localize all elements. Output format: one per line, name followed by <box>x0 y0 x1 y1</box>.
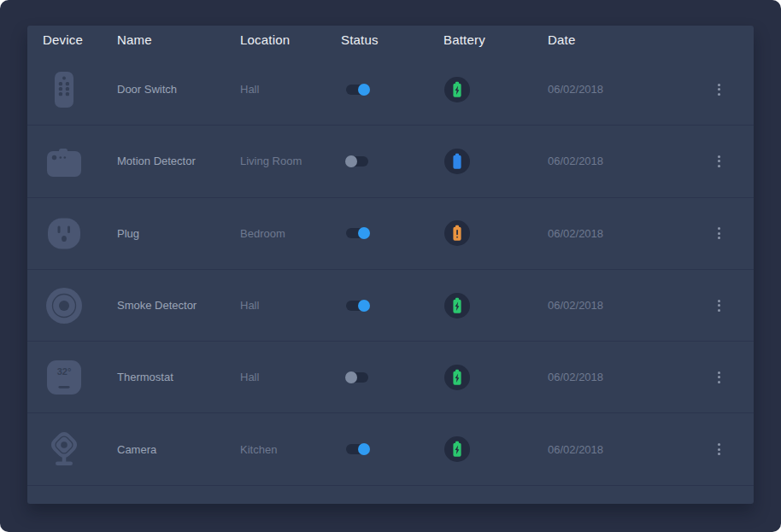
battery-status-badge <box>444 436 470 462</box>
row-actions-menu-button[interactable] <box>715 224 723 243</box>
table-body: Door Switch Hall 06/02/2018 <box>27 54 754 486</box>
device-location: Hall <box>240 83 341 96</box>
kebab-dot <box>718 376 720 378</box>
kebab-dot <box>718 443 720 446</box>
battery-icon <box>444 293 470 319</box>
device-name: Plug <box>117 227 240 240</box>
kebab-dot <box>718 309 720 312</box>
column-header-device: Device <box>43 32 117 47</box>
device-date: 06/02/2018 <box>548 299 693 312</box>
table-row: Smoke Detector Hall 06/02/2018 <box>27 270 754 342</box>
kebab-dot <box>718 448 720 451</box>
toggle-knob <box>358 227 370 239</box>
kebab-dot <box>718 371 720 374</box>
device-date: 06/02/2018 <box>548 83 693 96</box>
toggle-knob <box>358 84 370 96</box>
kebab-dot <box>718 160 720 162</box>
battery-icon <box>444 365 470 390</box>
toggle-knob <box>358 300 370 312</box>
device-date: 06/02/2018 <box>548 371 693 383</box>
battery-icon <box>444 220 470 246</box>
table-row: Plug Bedroom 06/02/2018 <box>27 198 754 270</box>
kebab-dot <box>718 155 720 158</box>
battery-icon <box>444 149 470 174</box>
status-toggle[interactable] <box>346 372 368 383</box>
status-toggle[interactable] <box>346 301 368 311</box>
row-actions-menu-button[interactable] <box>715 440 723 459</box>
motion-detector-icon <box>44 142 84 181</box>
device-name: Motion Detector <box>117 155 240 167</box>
device-icon-cell <box>43 70 117 109</box>
toggle-knob <box>345 155 357 167</box>
device-name: Smoke Detector <box>117 299 240 312</box>
battery-status-badge <box>444 149 470 174</box>
kebab-dot <box>718 232 720 235</box>
table-row: 32° Thermostat Hall 06/0 <box>27 342 754 413</box>
column-header-name: Name <box>117 32 240 47</box>
device-location: Bedroom <box>240 227 341 240</box>
device-name: Camera <box>117 443 240 456</box>
battery-status-badge <box>444 365 470 390</box>
device-date: 06/02/2018 <box>548 155 693 167</box>
table-row: Motion Detector Living Room 06/02/20 <box>27 126 754 197</box>
column-header-location: Location <box>240 32 341 47</box>
status-toggle[interactable] <box>346 85 368 95</box>
device-icon-cell <box>43 286 117 325</box>
kebab-dot <box>718 227 720 230</box>
device-icon-cell: 32° <box>43 358 117 397</box>
app-window: Device Name Location Status Battery Date… <box>0 0 781 532</box>
battery-status-badge <box>444 77 470 102</box>
device-name: Door Switch <box>117 83 240 96</box>
row-actions-menu-button[interactable] <box>715 368 723 387</box>
battery-icon <box>444 436 470 462</box>
device-location: Kitchen <box>240 443 341 456</box>
column-header-date: Date <box>548 32 693 47</box>
row-actions-menu-button[interactable] <box>715 80 723 99</box>
row-actions-menu-button[interactable] <box>715 296 723 315</box>
svg-text:32°: 32° <box>57 366 72 377</box>
device-name: Thermostat <box>117 371 240 383</box>
column-header-battery: Battery <box>443 32 548 47</box>
battery-icon <box>444 77 470 102</box>
kebab-dot <box>718 165 720 167</box>
toggle-knob <box>358 443 370 455</box>
battery-status-badge <box>444 220 470 246</box>
device-location: Hall <box>240 299 341 312</box>
row-actions-menu-button[interactable] <box>715 152 723 171</box>
kebab-dot <box>718 453 720 455</box>
table-header: Device Name Location Status Battery Date <box>27 26 754 54</box>
kebab-dot <box>718 88 720 91</box>
device-location: Living Room <box>240 155 341 167</box>
smoke-detector-icon <box>44 286 84 325</box>
plug-icon <box>44 213 84 253</box>
table-row: Door Switch Hall 06/02/2018 <box>27 54 754 126</box>
device-icon-cell <box>43 142 117 181</box>
camera-icon <box>44 430 84 469</box>
kebab-dot <box>718 381 720 383</box>
status-toggle[interactable] <box>346 228 368 238</box>
device-date: 06/02/2018 <box>548 443 693 456</box>
table-row: Camera Kitchen 06/02/2018 <box>27 413 754 485</box>
thermostat-icon: 32° <box>44 358 84 397</box>
remote-icon <box>44 70 84 109</box>
kebab-dot <box>718 304 720 307</box>
kebab-dot <box>718 237 720 239</box>
device-table-card: Device Name Location Status Battery Date… <box>27 26 754 504</box>
column-header-status: Status <box>341 32 443 47</box>
kebab-dot <box>718 300 720 302</box>
toggle-knob <box>345 371 357 383</box>
kebab-dot <box>718 93 720 96</box>
device-icon-cell <box>43 213 117 253</box>
device-date: 06/02/2018 <box>548 227 693 240</box>
kebab-dot <box>718 84 720 86</box>
battery-status-badge <box>444 293 470 319</box>
status-toggle[interactable] <box>346 444 368 454</box>
device-location: Hall <box>240 371 341 383</box>
device-icon-cell <box>43 430 117 469</box>
status-toggle[interactable] <box>346 156 368 167</box>
